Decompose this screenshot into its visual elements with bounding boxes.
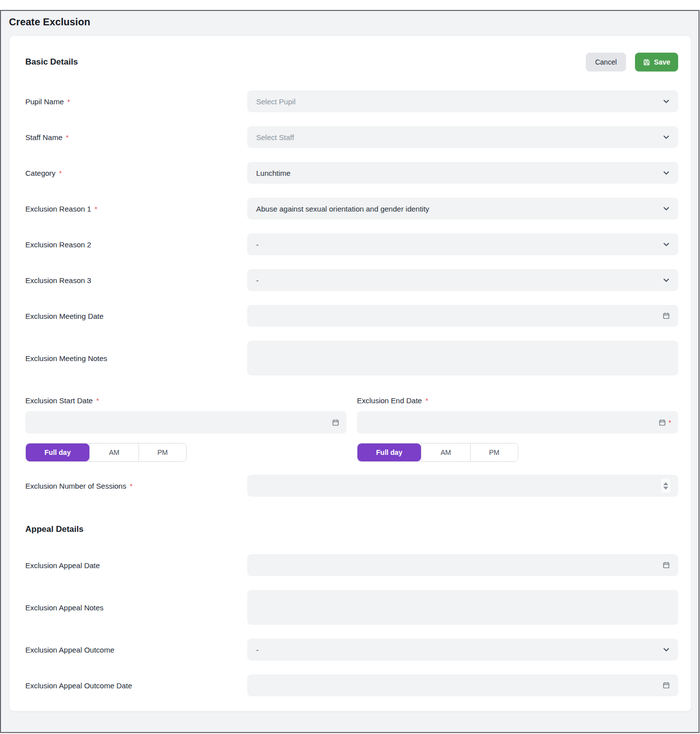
start-full-day-button[interactable]: Full day xyxy=(26,443,89,461)
chevron-down-icon xyxy=(662,97,670,105)
start-date-input[interactable] xyxy=(34,411,332,434)
exclusion-reason-2-select[interactable]: - xyxy=(247,233,678,255)
chevron-down-icon xyxy=(662,205,670,213)
meeting-date-label: Exclusion Meeting Date xyxy=(25,312,247,320)
category-label: Category* xyxy=(25,169,247,177)
label-text: Exclusion End Date xyxy=(357,396,422,405)
category-select[interactable]: Lunchtime xyxy=(247,162,678,184)
form-actions: Cancel Save xyxy=(586,53,678,72)
appeal-notes-input[interactable] xyxy=(247,590,678,625)
exclusion-reason-1-label: Exclusion Reason 1* xyxy=(25,205,247,213)
label-text: Pupil Name xyxy=(25,97,64,106)
appeal-outcome-date-field xyxy=(247,674,678,696)
exclusion-reason-3-row: Exclusion Reason 3 - xyxy=(25,269,678,291)
staff-select[interactable]: Select Staff xyxy=(247,126,678,148)
calendar-icon[interactable] xyxy=(662,681,670,689)
exclusion-reason-1-select[interactable]: Abuse against sexual orientation and gen… xyxy=(247,198,678,220)
end-date-column: Exclusion End Date* * Full day AM PM xyxy=(357,396,678,462)
category-select-value: Lunchtime xyxy=(256,169,662,177)
staff-name-label: Staff Name* xyxy=(25,133,247,142)
save-button[interactable]: Save xyxy=(635,53,678,72)
staff-name-row: Staff Name* Select Staff xyxy=(25,126,678,148)
meeting-date-field xyxy=(247,305,678,327)
label-text: Exclusion Appeal Notes xyxy=(25,603,104,612)
required-asterisk: * xyxy=(96,397,99,405)
end-am-button[interactable]: AM xyxy=(421,443,470,461)
card-header: Basic Details Cancel Save xyxy=(25,53,678,72)
required-asterisk: * xyxy=(669,419,671,427)
basic-details-heading: Basic Details xyxy=(25,57,78,67)
appeal-outcome-date-row: Exclusion Appeal Outcome Date xyxy=(25,674,678,696)
appeal-outcome-value: - xyxy=(256,646,662,654)
exclusion-reason-3-select[interactable]: - xyxy=(247,269,678,291)
meeting-notes-label: Exclusion Meeting Notes xyxy=(25,354,247,363)
start-date-column: Exclusion Start Date* Full day AM PM xyxy=(25,396,347,462)
appeal-outcome-select[interactable]: - xyxy=(247,639,678,661)
appeal-outcome-date-input[interactable] xyxy=(256,674,662,696)
chevron-down-icon xyxy=(662,169,670,177)
pupil-name-label: Pupil Name* xyxy=(25,97,247,106)
label-text: Exclusion Meeting Notes xyxy=(25,354,107,363)
start-date-field xyxy=(25,411,347,434)
meeting-notes-input[interactable] xyxy=(247,341,678,375)
appeal-notes-row: Exclusion Appeal Notes xyxy=(25,590,678,625)
end-date-label: Exclusion End Date* xyxy=(357,396,678,405)
exclusion-reason-2-value: - xyxy=(256,240,662,249)
required-asterisk: * xyxy=(66,134,69,142)
label-text: Category xyxy=(25,169,56,177)
spinner-down-icon[interactable] xyxy=(663,487,668,490)
chevron-down-icon xyxy=(662,276,670,284)
save-button-label: Save xyxy=(654,58,670,66)
appeal-date-row: Exclusion Appeal Date xyxy=(25,554,678,576)
exclusion-reason-1-value: Abuse against sexual orientation and gen… xyxy=(256,205,662,213)
exclusion-reason-2-row: Exclusion Reason 2 - xyxy=(25,233,678,255)
end-pm-button[interactable]: PM xyxy=(470,443,518,461)
number-of-sessions-input[interactable] xyxy=(256,475,661,497)
appeal-date-input[interactable] xyxy=(256,554,662,576)
staff-select-value: Select Staff xyxy=(256,133,662,142)
end-day-toggle: Full day AM PM xyxy=(357,443,518,462)
end-full-day-button[interactable]: Full day xyxy=(357,443,421,461)
calendar-icon[interactable] xyxy=(658,419,666,427)
chevron-down-icon xyxy=(662,646,670,654)
label-text: Exclusion Appeal Date xyxy=(25,561,100,570)
start-am-button[interactable]: AM xyxy=(89,443,139,461)
spinner-up-icon[interactable] xyxy=(663,482,668,485)
label-text: Exclusion Appeal Outcome xyxy=(25,646,114,654)
label-text: Exclusion Reason 2 xyxy=(25,240,91,249)
meeting-date-row: Exclusion Meeting Date xyxy=(25,305,678,327)
start-date-label: Exclusion Start Date* xyxy=(25,396,347,405)
meeting-date-input[interactable] xyxy=(256,305,662,327)
meeting-notes-row: Exclusion Meeting Notes xyxy=(25,341,678,375)
label-text: Exclusion Appeal Outcome Date xyxy=(25,681,132,690)
label-text: Exclusion Meeting Date xyxy=(25,312,104,320)
end-date-field: * xyxy=(357,411,678,434)
required-asterisk: * xyxy=(59,169,62,177)
appeal-outcome-date-label: Exclusion Appeal Outcome Date xyxy=(25,681,247,690)
start-pm-button[interactable]: PM xyxy=(139,443,186,461)
required-asterisk: * xyxy=(95,205,97,213)
exclusion-reason-3-value: - xyxy=(256,276,662,285)
cancel-button[interactable]: Cancel xyxy=(586,53,627,72)
start-day-toggle: Full day AM PM xyxy=(25,443,187,462)
calendar-icon[interactable] xyxy=(662,312,670,320)
label-text: Staff Name xyxy=(25,133,63,142)
end-date-input[interactable] xyxy=(366,411,658,434)
page-frame: Create Exclusion Basic Details Cancel Sa… xyxy=(0,10,700,733)
exclusion-reason-1-row: Exclusion Reason 1* Abuse against sexual… xyxy=(25,198,678,220)
spinner-arrows-icon[interactable] xyxy=(661,479,670,493)
label-text: Exclusion Start Date xyxy=(25,396,93,405)
required-asterisk: * xyxy=(130,482,132,490)
required-asterisk: * xyxy=(68,98,70,106)
pupil-select[interactable]: Select Pupil xyxy=(247,90,678,112)
appeal-outcome-row: Exclusion Appeal Outcome - xyxy=(25,639,678,661)
page-title: Create Exclusion xyxy=(1,11,699,28)
calendar-icon[interactable] xyxy=(332,419,340,427)
calendar-icon[interactable] xyxy=(662,561,670,569)
appeal-date-label: Exclusion Appeal Date xyxy=(25,561,247,570)
chevron-down-icon xyxy=(662,133,670,141)
category-row: Category* Lunchtime xyxy=(25,162,678,184)
exclusion-dates-section: Exclusion Start Date* Full day AM PM Exc… xyxy=(25,396,678,462)
floppy-disk-icon xyxy=(643,59,650,66)
label-text: Exclusion Reason 1 xyxy=(25,205,91,213)
